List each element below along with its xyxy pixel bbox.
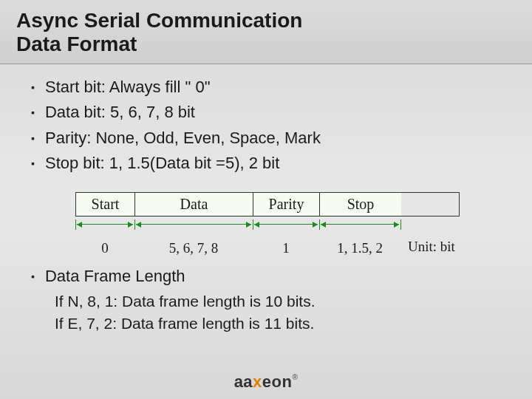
cell-parity-value: 1 <box>253 240 319 256</box>
bullet-item: Start bit: Always fill " 0" <box>31 75 501 100</box>
cell-start-value: 0 <box>75 240 134 256</box>
logo-text-mid: x <box>253 372 262 391</box>
arrow-segment <box>254 224 318 225</box>
bullet-list: Start bit: Always fill " 0" Data bit: 5,… <box>31 75 501 175</box>
unit-label: Unit: bit <box>408 239 455 255</box>
tick-icon <box>400 219 401 230</box>
registered-icon: ® <box>292 373 298 381</box>
tick-icon <box>319 219 320 230</box>
diagram-header-row: Start Data Parity Stop <box>75 192 460 216</box>
cell-data-value: 5, 6, 7, 8 <box>134 240 253 256</box>
logo-text-pre: aa <box>234 372 253 391</box>
slide-body: Start bit: Always fill " 0" Data bit: 5,… <box>0 64 532 335</box>
arrow-segment <box>136 224 251 225</box>
cell-data-header: Data <box>135 193 253 216</box>
cell-start-header: Start <box>76 193 135 216</box>
title-line-1: Async Serial Communication <box>16 9 302 32</box>
bullet-item: Data bit: 5, 6, 7, 8 bit <box>31 100 501 125</box>
bullet-item: Stop bit: 1, 1.5(Data bit =5), 2 bit <box>31 151 501 176</box>
arrow-segment <box>77 224 133 225</box>
diagram-arrows <box>75 219 460 230</box>
examples-block: If N, 8, 1: Data frame length is 10 bits… <box>55 290 501 335</box>
cell-parity-header: Parity <box>253 193 320 216</box>
bullet-item: Parity: None, Odd, Even, Space, Mark <box>31 126 501 151</box>
title-line-2: Data Format <box>16 33 137 55</box>
tick-icon <box>75 219 76 230</box>
cell-stop-value: 1, 1.5, 2 <box>319 240 400 256</box>
example-line: If E, 7, 2: Data frame length is 11 bits… <box>55 313 501 335</box>
brand-logo: aaxeon® <box>234 372 299 392</box>
frame-diagram: Start Data Parity Stop 0 5, 6, 7, 8 1 1,… <box>75 192 460 256</box>
arrow-segment <box>321 224 399 225</box>
logo-text-post: eon <box>262 372 293 391</box>
example-line: If N, 8, 1: Data frame length is 10 bits… <box>55 290 501 313</box>
sub-heading: Data Frame Length <box>31 267 501 286</box>
cell-stop-header: Stop <box>320 193 401 216</box>
diagram-value-row: 0 5, 6, 7, 8 1 1, 1.5, 2 Unit: bit <box>75 240 460 256</box>
slide-title: Async Serial Communication Data Format <box>0 0 532 64</box>
sub-bullet-list: Data Frame Length <box>31 267 501 286</box>
tick-icon <box>134 219 135 230</box>
tick-icon <box>253 219 253 230</box>
